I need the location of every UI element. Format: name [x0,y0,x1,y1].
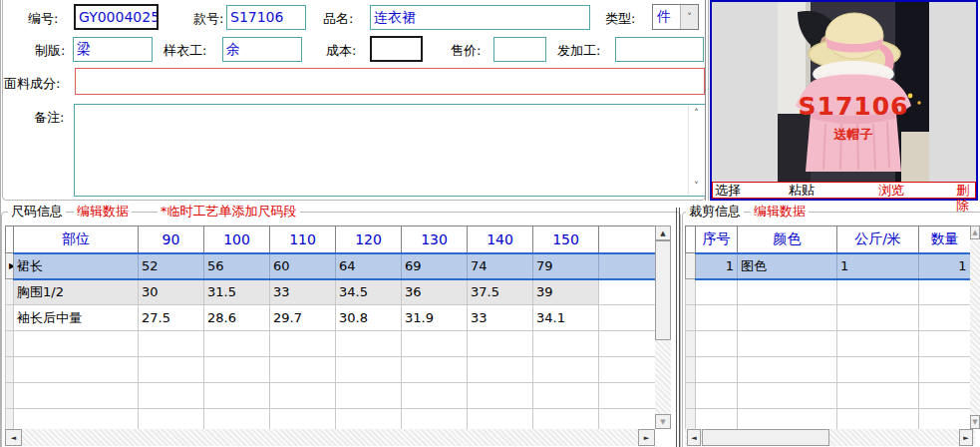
cutting-table-vscrollbar[interactable]: ▲ ▼ [970,225,980,429]
style-photo: S17106 送帽子 [778,2,929,182]
style-no-input[interactable]: S17106 [226,5,306,30]
price-label: 售价: [451,42,481,60]
patterner-input[interactable]: 梁 [73,37,153,62]
size-info-edit-link[interactable]: 编辑数据 [74,204,132,219]
size-col-90: 90 [139,226,204,253]
remark-scrollbar[interactable]: ˄ ˅ [688,106,704,195]
size-row-empty[interactable] [6,357,656,383]
patterner-label: 制版: [35,42,65,60]
cell-seq[interactable]: 1 [696,253,738,279]
cut-col-color: 颜色 [738,226,837,253]
scroll-down-icon[interactable]: ▼ [655,414,671,429]
size-row-skirt-length[interactable]: ▶ 裙长 52 56 60 64 69 74 79 [6,253,656,279]
scroll-down-icon[interactable]: ˅ [689,181,704,193]
photo-delete-button[interactable]: 删除 [956,183,975,198]
type-label: 类型: [605,10,635,28]
cutting-row-empty[interactable] [686,383,971,409]
scroll-up-icon[interactable]: ▲ [655,225,671,240]
garment-style-entry-window: 编号: GY0004025 款号: S17106 品名: 连衣裙 类型: 件 ˅… [0,0,980,447]
product-name-input[interactable]: 连衣裙 [370,5,590,30]
size-row-chest[interactable]: 胸围1/2 30 31.5 33 34.5 36 37.5 39 [6,279,656,305]
cell-color[interactable]: 图色 [738,253,837,279]
size-col-140: 140 [468,226,533,253]
cutting-row-empty[interactable] [686,305,971,331]
sample-worker-input[interactable]: 余 [222,37,302,62]
chevron-down-icon[interactable]: ˅ [680,5,698,29]
bottom-sections-divider-2 [679,208,680,447]
cell-part[interactable]: 胸围1/2 [14,279,139,305]
cut-col-seq: 序号 [696,226,738,253]
cutting-table: 序号 颜色 公斤/米 数量 1 图色 1 1 [685,225,970,429]
size-col-120: 120 [336,226,402,253]
price-input[interactable] [493,37,546,62]
size-col-100: 100 [204,226,270,253]
outsource-label: 发加工: [557,42,600,60]
cell-kg[interactable]: 1 [837,253,919,279]
cutting-table-hscroll-thumb[interactable] [702,429,829,446]
bottom-sections-divider [676,208,677,447]
photo-paste-button[interactable]: 粘贴 [789,183,815,198]
size-row-sleeve[interactable]: 袖长后中量 27.5 28.6 29.7 30.8 31.9 33 34.1 [6,305,656,331]
cut-col-qty: 数量 [919,226,971,253]
photo-select-button[interactable]: 选择 [715,183,741,198]
size-row-empty[interactable] [6,409,656,430]
code-input[interactable]: GY0004025 [74,4,159,30]
style-photo-panel: S17106 送帽子 选择 粘贴 浏览 删除 [710,0,978,201]
size-table-vscroll-thumb[interactable] [655,240,671,340]
size-table-header-row: 部位 90 100 110 120 130 140 150 [6,226,656,253]
scroll-right-icon[interactable]: ► [959,429,973,446]
cutting-table-hscrollbar[interactable]: ◄ ► [685,429,975,446]
cutting-row-empty[interactable] [686,279,971,305]
remark-label: 备注: [34,109,64,127]
size-col-130: 130 [402,226,468,253]
fabric-label: 面料成分: [4,75,60,93]
photo-browse-button[interactable]: 浏览 [878,183,904,198]
cutting-table-header-row: 序号 颜色 公斤/米 数量 [686,226,971,253]
size-table-hscrollbar[interactable]: ◄ ► [5,429,655,446]
photo-button-bar: 选择 粘贴 浏览 删除 [712,182,976,199]
size-table: 部位 90 100 110 120 130 140 150 ▶ 裙长 52 56… [5,225,655,429]
cell-part[interactable]: 袖长后中量 [14,305,139,331]
cutting-row-empty[interactable] [686,331,971,357]
scroll-up-icon[interactable]: ▲ [970,225,980,239]
scroll-left-icon[interactable]: ◄ [687,429,701,446]
sample-worker-label: 样衣工: [163,42,206,60]
type-select-value: 件 [653,5,680,29]
style-no-label: 款号: [193,10,223,28]
code-label: 编号: [28,10,58,28]
scroll-down-icon[interactable]: ▼ [970,415,980,429]
cutting-info-title: 裁剪信息 [686,204,744,219]
cutting-row-empty[interactable] [686,409,971,430]
cutting-info-edit-link[interactable]: 编辑数据 [751,204,809,219]
size-col-part: 部位 [14,226,139,253]
form-photo-divider-2 [708,0,709,201]
scroll-left-icon[interactable]: ◄ [5,429,22,446]
row-marker-icon[interactable]: ▶ [6,253,14,279]
fabric-input[interactable] [75,68,705,95]
cutting-row[interactable]: 1 图色 1 1 [686,253,971,279]
cell-qty[interactable]: 1 [919,253,971,279]
product-name-label: 品名: [323,10,353,28]
scroll-right-icon[interactable]: ► [638,429,655,446]
size-table-vscrollbar[interactable]: ▲ ▼ [655,225,671,429]
window-left-edge [0,0,1,447]
cutting-table-wrap: 序号 颜色 公斤/米 数量 1 图色 1 1 [685,225,970,429]
size-row-empty[interactable] [6,383,656,409]
size-row-empty[interactable] [6,331,656,357]
form-photo-divider [705,0,706,201]
cut-col-kg: 公斤/米 [837,226,919,253]
outsource-input[interactable] [615,37,704,62]
cutting-row-empty[interactable] [686,357,971,383]
cell-part[interactable]: 裙长 [14,253,139,279]
type-select[interactable]: 件 ˅ [652,4,699,30]
photo-overlay-note: 送帽子 [778,126,929,144]
remark-textarea[interactable]: ˄ ˅ [74,104,706,197]
size-info-title: 尺码信息 [8,204,66,219]
scroll-up-icon[interactable]: ˄ [689,108,704,120]
cost-input[interactable] [370,36,423,62]
size-info-note: *临时工艺单添加尺码段 [158,204,300,219]
cost-label: 成本: [326,42,356,60]
size-col-110: 110 [270,226,336,253]
size-table-wrap: 部位 90 100 110 120 130 140 150 ▶ 裙长 52 56… [5,225,655,429]
size-col-150: 150 [533,226,599,253]
